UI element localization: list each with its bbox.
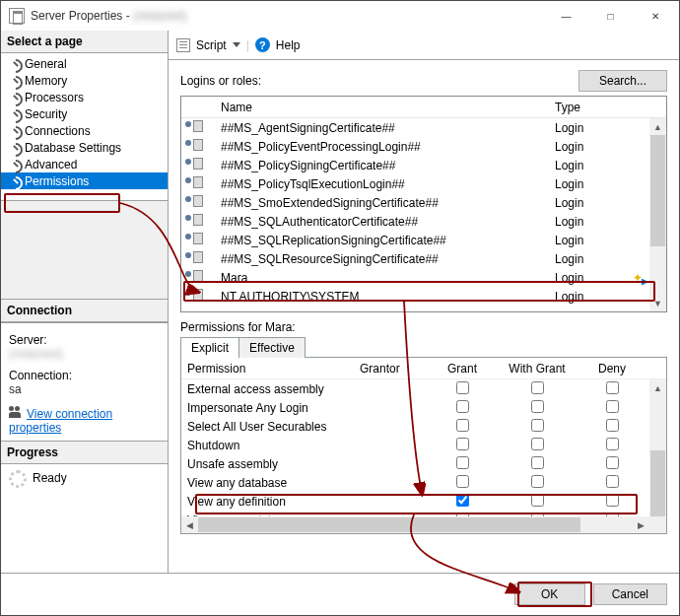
titlebar[interactable]: Server Properties - (redacted) — □ ✕ [1, 1, 679, 31]
deny-checkbox[interactable] [606, 438, 619, 450]
permission-row[interactable]: View any definition [181, 492, 666, 511]
grant-checkbox[interactable] [456, 438, 469, 450]
logins-grid[interactable]: Name Type ##MS_AgentSigningCertificate##… [180, 96, 667, 312]
login-name: Mara [217, 271, 551, 285]
grant-checkbox[interactable] [456, 494, 469, 507]
withgrant-checkbox[interactable] [531, 494, 544, 507]
withgrant-checkbox[interactable] [531, 475, 544, 488]
wrench-icon [7, 174, 21, 188]
login-row[interactable]: ##MS_AgentSigningCertificate##Login [181, 118, 666, 137]
grant-checkbox[interactable] [456, 400, 469, 413]
deny-checkbox[interactable] [606, 456, 619, 469]
tab-effective[interactable]: Effective [238, 337, 306, 358]
deny-checkbox[interactable] [606, 475, 619, 488]
page-item-advanced[interactable]: Advanced [1, 156, 168, 172]
wrench-icon [7, 91, 21, 104]
script-dropdown-arrow-icon[interactable] [233, 42, 240, 47]
wrench-icon [7, 141, 21, 155]
ok-button[interactable]: OK [514, 583, 585, 605]
withgrant-checkbox[interactable] [531, 381, 544, 394]
login-row[interactable]: ##MS_SQLResourceSigningCertificate##Logi… [181, 249, 666, 268]
login-icon [185, 119, 203, 133]
withgrant-checkbox[interactable] [531, 400, 544, 413]
permission-row[interactable]: Unsafe assembly [181, 454, 666, 473]
login-type: Login [551, 290, 649, 304]
page-item-connections[interactable]: Connections [1, 122, 168, 139]
perm-scroll-up-icon[interactable]: ▲ [649, 379, 666, 396]
login-row[interactable]: ##MS_PolicyTsqlExecutionLogin##Login [181, 174, 666, 193]
page-item-permissions[interactable]: Permissions [1, 172, 168, 189]
tab-explicit[interactable]: Explicit [180, 337, 239, 358]
grant-checkbox[interactable] [456, 456, 469, 469]
login-name: ##MS_SQLAuthenticatorCertificate## [217, 215, 551, 229]
maximize-button[interactable]: □ [588, 2, 633, 30]
login-name: ##MS_AgentSigningCertificate## [217, 121, 551, 135]
col-header-grant[interactable]: Grant [425, 362, 500, 376]
withgrant-checkbox[interactable] [531, 419, 544, 432]
withgrant-checkbox[interactable] [531, 438, 544, 450]
permission-row[interactable]: Impersonate Any Login [181, 398, 666, 417]
horizontal-scrollbar[interactable]: ◀ ▶ [181, 516, 649, 533]
wrench-icon [7, 74, 21, 88]
permission-row[interactable]: Shutdown [181, 436, 666, 454]
scroll-down-icon[interactable]: ▼ [649, 295, 666, 311]
scroll-up-icon[interactable]: ▲ [649, 118, 666, 135]
permission-name: Unsafe assembly [181, 457, 356, 471]
deny-checkbox[interactable] [606, 400, 619, 413]
cancel-button[interactable]: Cancel [593, 583, 667, 605]
col-header-grantor[interactable]: Grantor [356, 362, 425, 376]
page-item-label: Database Settings [25, 141, 121, 155]
login-icon [185, 232, 203, 245]
grant-checkbox[interactable] [456, 381, 469, 394]
page-item-label: Security [25, 107, 67, 121]
login-row[interactable]: ##MS_SmoExtendedSigningCertificate##Logi… [181, 193, 666, 212]
col-header-name[interactable]: Name [217, 101, 551, 114]
login-row[interactable]: ##MS_PolicySigningCertificate##Login [181, 156, 666, 174]
login-icon [185, 175, 203, 189]
login-icon [185, 269, 203, 283]
col-header-withgrant[interactable]: With Grant [500, 362, 575, 376]
permission-row[interactable]: External access assembly [181, 379, 666, 398]
deny-checkbox[interactable] [606, 419, 619, 432]
close-button[interactable]: ✕ [633, 2, 677, 30]
col-header-deny[interactable]: Deny [575, 362, 649, 376]
page-item-security[interactable]: Security [1, 105, 168, 122]
search-button[interactable]: Search... [578, 70, 667, 92]
login-icon [185, 138, 203, 152]
help-button[interactable]: Help [276, 38, 301, 52]
login-row[interactable]: ##MS_SQLReplicationSigningCertificate##L… [181, 231, 666, 249]
people-icon [9, 406, 23, 418]
login-type: Login [551, 234, 649, 247]
permission-row[interactable]: View any database [181, 473, 666, 492]
deny-checkbox[interactable] [606, 494, 619, 507]
login-row[interactable]: MaraLogin [181, 268, 666, 287]
permission-name: External access assembly [181, 382, 356, 396]
grant-checkbox[interactable] [456, 475, 469, 488]
progress-status: Ready [33, 471, 67, 485]
permission-row[interactable]: Select All User Securables [181, 417, 666, 436]
connection-value: sa [9, 382, 160, 396]
view-connection-properties-link[interactable]: View connection properties [9, 407, 112, 435]
permissions-grid[interactable]: Permission Grantor Grant With Grant Deny… [180, 357, 667, 534]
login-name: ##MS_SmoExtendedSigningCertificate## [217, 196, 551, 210]
page-item-label: Connections [25, 124, 91, 138]
grant-checkbox[interactable] [456, 419, 469, 432]
login-row[interactable]: ##MS_SQLAuthenticatorCertificate##Login [181, 212, 666, 231]
col-header-permission[interactable]: Permission [181, 362, 356, 376]
page-item-database-settings[interactable]: Database Settings [1, 139, 168, 156]
deny-checkbox[interactable] [606, 381, 619, 394]
logins-label: Logins or roles: [180, 74, 578, 88]
script-button[interactable]: Script [196, 38, 227, 52]
login-name: ##MS_PolicyEventProcessingLogin## [217, 140, 551, 154]
col-header-type[interactable]: Type [551, 101, 649, 114]
login-icon [185, 213, 203, 227]
page-item-general[interactable]: General [1, 55, 168, 72]
login-row[interactable]: NT AUTHORITY\SYSTEMLogin [181, 287, 666, 306]
page-item-memory[interactable]: Memory [1, 72, 168, 89]
withgrant-checkbox[interactable] [531, 456, 544, 469]
wrench-icon [7, 57, 21, 71]
progress-panel: Ready [1, 464, 168, 574]
minimize-button[interactable]: — [544, 2, 588, 30]
page-item-processors[interactable]: Processors [1, 89, 168, 105]
login-row[interactable]: ##MS_PolicyEventProcessingLogin##Login [181, 137, 666, 156]
